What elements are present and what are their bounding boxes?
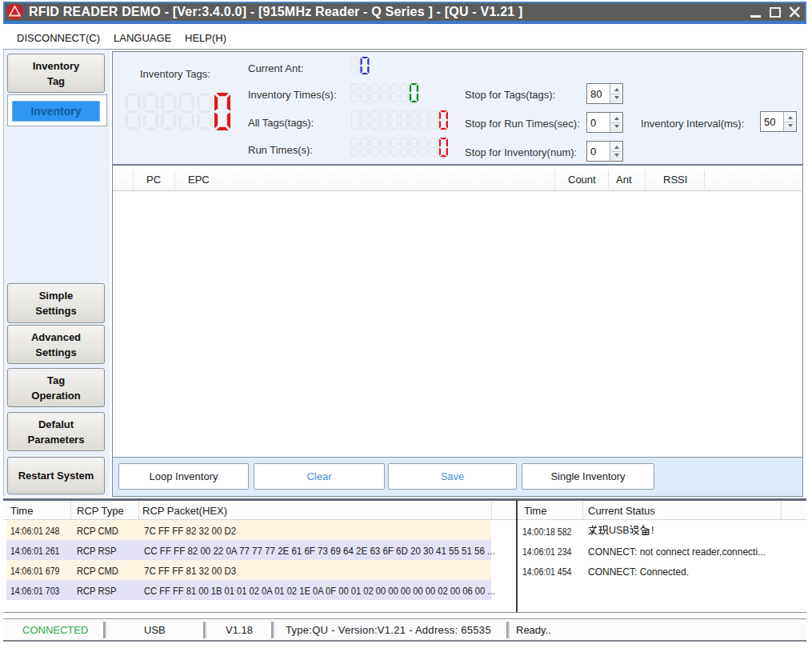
svg-text:USB: USB <box>609 525 630 536</box>
svg-text:!: ! <box>651 525 654 536</box>
